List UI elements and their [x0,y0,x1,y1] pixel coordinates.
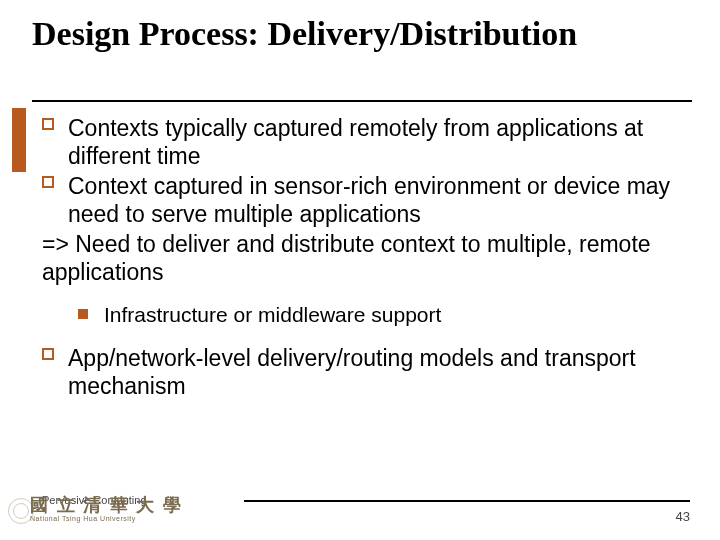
page-number: 43 [676,509,690,524]
bullet-item: Context captured in sensor-rich environm… [42,172,686,228]
university-logo: 國 立 清 華 大 學 National Tsing Hua Universit… [30,493,183,522]
slide-title: Design Process: Delivery/Distribution [32,14,680,53]
arrow-line: => Need to deliver and distribute contex… [42,230,686,286]
square-bullet-icon [42,348,54,360]
accent-box [12,108,26,172]
bullet-item: Contexts typically captured remotely fro… [42,114,686,170]
bullet-text: Contexts typically captured remotely fro… [68,115,643,169]
slide-body: Contexts typically captured remotely fro… [42,114,686,402]
bullet-text: Context captured in sensor-rich environm… [68,173,670,227]
university-name-cn: 國 立 清 華 大 學 [30,493,183,517]
square-bullet-icon [42,118,54,130]
slide-footer: Pervasive Computing 國 立 清 華 大 學 National… [0,486,720,528]
filled-square-bullet-icon [78,309,88,319]
sub-bullet-item: Infrastructure or middleware support [42,302,686,328]
footer-rule [244,500,690,502]
title-underline [32,100,692,102]
bullet-item: App/network-level delivery/routing model… [42,344,686,400]
slide: Design Process: Delivery/Distribution Co… [0,0,720,540]
sub-bullet-text: Infrastructure or middleware support [104,303,441,326]
square-bullet-icon [42,176,54,188]
bullet-text: App/network-level delivery/routing model… [68,345,636,399]
